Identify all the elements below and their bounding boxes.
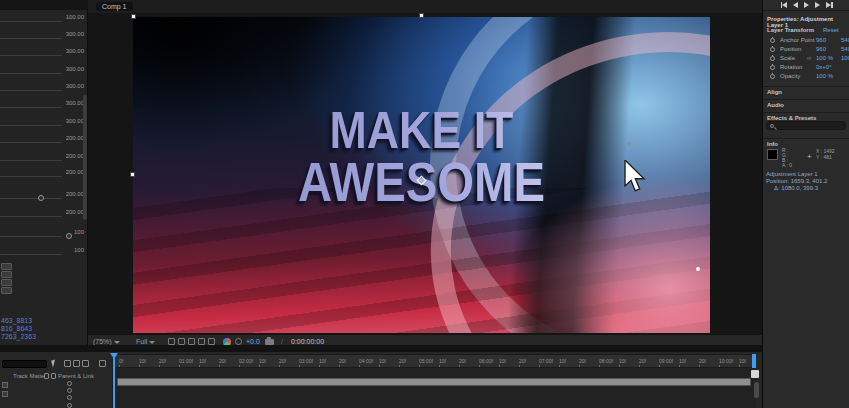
layer-duration-bar[interactable]: [117, 378, 751, 386]
left-panel-scrollbar[interactable]: [83, 95, 87, 220]
property-value-1[interactable]: 100 %: [816, 73, 833, 79]
link-icon[interactable]: ∞: [807, 55, 811, 61]
panel-icon-3[interactable]: [1, 279, 12, 286]
slider-track[interactable]: [0, 55, 62, 56]
layer-transform-group[interactable]: Layer Transform Reset: [763, 27, 849, 36]
track-matte-toggle-icon-2[interactable]: [51, 373, 56, 379]
panel-icon-1[interactable]: [1, 263, 12, 270]
motion-blur-icon[interactable]: [82, 360, 89, 367]
timeline-left-icon-1[interactable]: [2, 382, 8, 388]
region-of-interest-icon[interactable]: [188, 338, 195, 345]
property-value-1[interactable]: 100 %: [816, 55, 833, 61]
stopwatch-icon[interactable]: [770, 38, 775, 43]
slider-track[interactable]: [0, 73, 62, 74]
composition-pasteboard[interactable]: MAKE IT AWESOME: [88, 13, 762, 334]
property-value-1[interactable]: 960: [816, 46, 826, 52]
slider-track[interactable]: [0, 142, 62, 143]
play-button[interactable]: [804, 2, 809, 8]
resolution-dropdown[interactable]: Full: [136, 338, 155, 345]
playhead-line[interactable]: [113, 356, 115, 408]
last-frame-button[interactable]: [826, 2, 833, 8]
slider-track[interactable]: [0, 21, 62, 22]
parent-link-column-header[interactable]: Parent & Link: [58, 373, 94, 379]
stopwatch-icon[interactable]: [770, 65, 775, 70]
exposure-reset-icon[interactable]: [235, 338, 242, 345]
ruler-time-label: 20f: [519, 358, 526, 364]
slider-row[interactable]: 200.00: [0, 135, 88, 145]
slider-row[interactable]: 300.00: [0, 66, 88, 76]
previous-frame-button[interactable]: [793, 2, 798, 8]
slider-track[interactable]: [0, 198, 62, 199]
3d-view-icon[interactable]: [208, 338, 215, 345]
slider-row[interactable]: 200.00: [0, 153, 88, 163]
info-section[interactable]: Info: [763, 138, 849, 148]
first-frame-button[interactable]: [781, 2, 788, 8]
slider-track[interactable]: [0, 90, 62, 91]
parent-pickwhip-icon[interactable]: [67, 395, 72, 400]
comp-marker-bin-icon[interactable]: [751, 370, 759, 378]
transparency-grid-icon[interactable]: [198, 338, 205, 345]
track-area[interactable]: [112, 368, 756, 408]
stopwatch-icon[interactable]: [770, 56, 775, 61]
selection-handle-left-middle[interactable]: [130, 172, 135, 177]
magnification-dropdown[interactable]: (75%): [93, 338, 120, 345]
slider-track[interactable]: [0, 176, 62, 177]
property-value-1[interactable]: 960: [816, 37, 826, 43]
slider-track[interactable]: [0, 38, 62, 39]
selection-handle-top-center[interactable]: [419, 13, 424, 18]
time-ruler[interactable]: 0f10f20f01:00f10f20f02:00f10f20f03:00f10…: [112, 354, 756, 368]
grid-guides-icon[interactable]: [168, 338, 175, 345]
frame-blending-icon[interactable]: [73, 360, 80, 367]
slider-row[interactable]: 200.00: [0, 209, 88, 219]
slider-row[interactable]: 300.00: [0, 118, 88, 128]
slider-track[interactable]: [0, 236, 62, 237]
property-value-2[interactable]: 540: [841, 46, 849, 52]
panel-icon-4[interactable]: [1, 287, 12, 294]
parent-pickwhip-icon[interactable]: [67, 403, 72, 408]
graph-editor-icon[interactable]: [99, 360, 106, 367]
timeline-scrollbar[interactable]: [754, 382, 759, 398]
track-matte-column-header[interactable]: Track Matte: [13, 373, 44, 379]
slider-row[interactable]: 100: [0, 247, 88, 257]
slider-row[interactable]: 200.00: [0, 169, 88, 179]
mask-visibility-icon[interactable]: [178, 338, 185, 345]
comp-tab[interactable]: Comp 1: [96, 2, 133, 11]
stopwatch-icon[interactable]: [770, 47, 775, 52]
align-section[interactable]: Align: [763, 86, 849, 98]
property-value-2[interactable]: 100 %: [841, 55, 849, 61]
slider-track[interactable]: [0, 125, 62, 126]
slider-row[interactable]: 100.00: [0, 14, 88, 24]
shy-layers-icon[interactable]: [64, 360, 71, 367]
slider-knob[interactable]: [66, 233, 72, 239]
info-a-label: A : 0: [782, 163, 792, 168]
selection-handle-top-left[interactable]: [131, 14, 136, 19]
slider-track[interactable]: [0, 216, 62, 217]
show-snapshot-icon[interactable]: /: [281, 338, 283, 345]
slider-knob[interactable]: [38, 195, 44, 201]
slider-row[interactable]: 300.00: [0, 48, 88, 58]
panel-icon-2[interactable]: [1, 271, 12, 278]
slider-row[interactable]: 100: [0, 229, 88, 239]
next-frame-button[interactable]: [815, 2, 820, 8]
parent-pickwhip-icon[interactable]: [67, 381, 72, 386]
audio-section[interactable]: Audio: [763, 99, 849, 111]
effects-search-input[interactable]: [766, 121, 846, 130]
track-matte-toggle-icon[interactable]: [44, 373, 49, 379]
property-value-2[interactable]: 540: [841, 37, 849, 43]
slider-row[interactable]: 300.00: [0, 100, 88, 110]
parent-pickwhip-icon[interactable]: [67, 388, 72, 393]
slider-row[interactable]: 200.00: [0, 191, 88, 201]
slider-track[interactable]: [0, 254, 62, 255]
stopwatch-icon[interactable]: [770, 74, 775, 79]
exposure-value[interactable]: +0.0: [246, 338, 260, 345]
current-timecode[interactable]: 0:00:00:00: [291, 338, 324, 345]
property-value-1[interactable]: 0x+0°: [816, 64, 832, 70]
slider-row[interactable]: 300.00: [0, 31, 88, 41]
mini-flowchart-icon[interactable]: [51, 360, 57, 368]
timeline-left-icon-2[interactable]: [2, 391, 8, 397]
timeline-search-input[interactable]: [2, 360, 47, 368]
slider-row[interactable]: 300.00: [0, 83, 88, 93]
reset-link[interactable]: Reset: [823, 27, 839, 33]
slider-track[interactable]: [0, 107, 62, 108]
slider-track[interactable]: [0, 160, 62, 161]
